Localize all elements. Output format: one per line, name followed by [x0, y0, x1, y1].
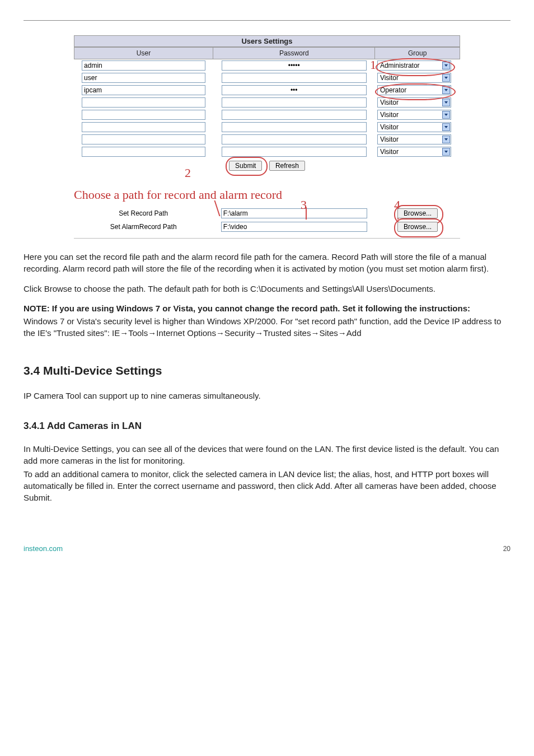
alarm-record-path-label: Set AlarmRecord Path — [74, 220, 213, 234]
user-field[interactable] — [82, 97, 205, 108]
group-select-label: Visitor — [380, 148, 399, 156]
group-select[interactable]: Operator — [377, 85, 451, 95]
group-select[interactable]: Visitor — [377, 73, 451, 83]
group-select-label: Visitor — [380, 123, 399, 131]
password-field[interactable] — [222, 60, 367, 71]
table-row: Visitor — [74, 96, 460, 109]
submit-button[interactable]: Submit — [229, 161, 262, 171]
group-select-label: Administrator — [380, 62, 420, 69]
table-row: 1 Administrator — [74, 59, 460, 72]
chevron-down-icon — [442, 123, 450, 131]
chain-item: Internet Options — [156, 328, 216, 338]
group-select-label: Visitor — [380, 74, 399, 82]
body-paragraph: To add an additional camera to monitor, … — [24, 468, 510, 504]
arrow-icon: → — [216, 328, 224, 338]
table-row: Visitor — [74, 72, 460, 84]
table-row: Visitor — [74, 133, 460, 146]
password-field[interactable] — [222, 73, 367, 83]
alarm-record-path-input[interactable] — [221, 222, 367, 232]
table-row: Visitor — [74, 146, 460, 158]
callout-1: 1 — [370, 58, 376, 72]
page-number: 20 — [503, 545, 510, 553]
users-button-row: Submit Refresh 2 — [74, 158, 460, 171]
record-path-heading: Choose a path for record and alarm recor… — [74, 188, 460, 202]
arrow-icon: → — [255, 328, 263, 338]
users-settings-panel: Users Settings User Password Group 1 Adm… — [74, 35, 460, 171]
chevron-down-icon — [442, 86, 450, 94]
user-field[interactable] — [82, 73, 205, 83]
callout-2: 2 — [185, 166, 191, 180]
arrow-icon: → — [120, 328, 128, 338]
body-paragraph: Here you can set the record file path an… — [24, 251, 510, 275]
user-field[interactable] — [82, 122, 205, 132]
password-field[interactable] — [222, 110, 367, 120]
chain-item: Security — [224, 328, 255, 338]
chevron-down-icon — [442, 111, 450, 119]
leader-line — [214, 200, 252, 216]
chain-item: Trusted sites — [263, 328, 311, 338]
user-field[interactable] — [82, 85, 205, 95]
panel-divider — [74, 238, 460, 239]
section-heading-3-4: 3.4 Multi-Device Settings — [24, 364, 510, 377]
group-select[interactable]: Visitor — [377, 122, 451, 132]
group-select[interactable]: Visitor — [377, 110, 451, 120]
body-paragraph: Click Browse to choose the path. The def… — [24, 283, 510, 295]
browse-button[interactable]: Browse... — [397, 208, 438, 218]
chain-item: Tools — [128, 328, 148, 338]
browse-button[interactable]: Browse... — [397, 222, 438, 232]
group-select-label: Visitor — [380, 111, 399, 119]
user-field[interactable] — [82, 134, 205, 144]
leader-line — [306, 207, 307, 220]
group-select[interactable]: Administrator — [377, 60, 451, 71]
chevron-down-icon — [442, 99, 450, 106]
group-select[interactable]: Visitor — [377, 97, 451, 108]
table-row: Set AlarmRecord Path Browse... — [74, 220, 460, 234]
group-select-label: Operator — [380, 86, 406, 94]
password-field[interactable] — [222, 85, 367, 95]
chevron-down-icon — [442, 148, 450, 156]
password-field[interactable] — [222, 122, 367, 132]
table-row: Operator — [74, 84, 460, 96]
user-field[interactable] — [82, 147, 205, 157]
password-field[interactable] — [222, 134, 367, 144]
password-field[interactable] — [222, 147, 367, 157]
page-footer: insteon.com 20 — [24, 544, 510, 553]
note-heading: NOTE: If you are using Windows 7 or Vist… — [24, 302, 510, 314]
users-col-user: User — [74, 48, 213, 59]
section-heading-3-4-1: 3.4.1 Add Cameras in LAN — [24, 421, 510, 432]
arrow-icon: → — [148, 328, 156, 338]
group-select-label: Visitor — [380, 136, 399, 143]
arrow-icon: → — [338, 328, 346, 338]
record-path-label: Set Record Path — [74, 207, 213, 220]
group-select[interactable]: Visitor — [377, 134, 451, 144]
footer-link[interactable]: insteon.com — [24, 544, 63, 553]
user-field[interactable] — [82, 110, 205, 120]
record-path-panel: Choose a path for record and alarm recor… — [74, 188, 460, 234]
chevron-down-icon — [442, 62, 450, 69]
chevron-down-icon — [442, 136, 450, 143]
password-field[interactable] — [222, 97, 367, 108]
users-settings-title: Users Settings — [74, 35, 460, 47]
users-col-password: Password — [213, 48, 375, 59]
refresh-button[interactable]: Refresh — [269, 161, 305, 171]
body-paragraph: In Multi-Device Settings, you can see al… — [24, 443, 510, 467]
group-select-label: Visitor — [380, 99, 399, 106]
chain-item: Add — [346, 328, 362, 338]
users-col-group: Group — [375, 48, 460, 59]
record-path-table: Set Record Path Browse... Set AlarmRecor… — [74, 207, 460, 234]
chevron-down-icon — [442, 74, 450, 82]
table-row: Visitor — [74, 109, 460, 121]
group-select[interactable]: Visitor — [377, 147, 451, 157]
table-row: Set Record Path Browse... — [74, 207, 460, 220]
arrow-icon: → — [311, 328, 319, 338]
body-paragraph: IP Camera Tool can support up to nine ca… — [24, 390, 510, 402]
note-paragraph: Windows 7 or Vista's security level is h… — [24, 315, 510, 339]
page-top-rule — [24, 20, 510, 21]
chain-item: Sites — [319, 328, 338, 338]
user-field[interactable] — [82, 60, 205, 71]
users-table: User Password Group 1 Administrator — [74, 47, 460, 158]
table-row: Visitor — [74, 121, 460, 133]
